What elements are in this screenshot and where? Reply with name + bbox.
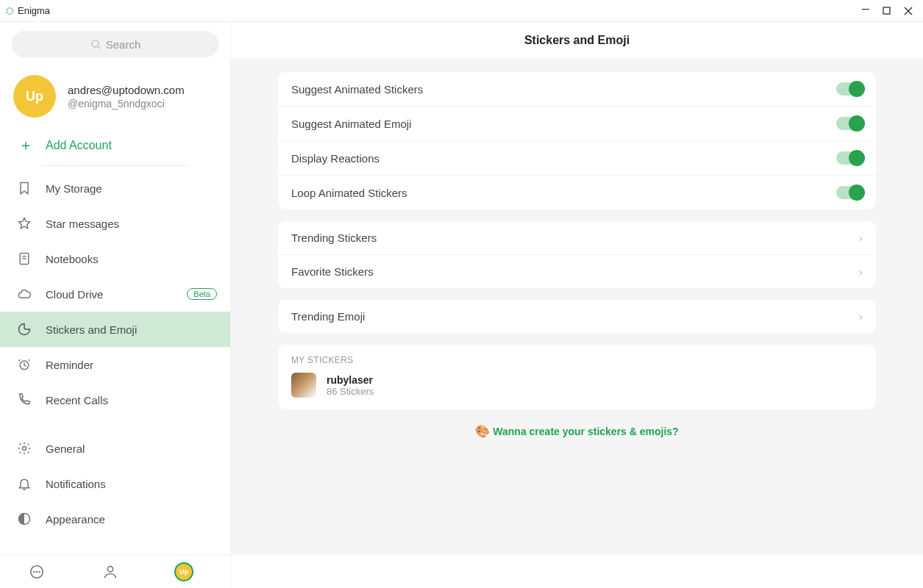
maximize-button[interactable]: [883, 7, 891, 15]
svg-point-15: [107, 567, 113, 572]
svg-point-3: [91, 40, 98, 47]
main-panel: Stickers and Emoji Suggest Animated Stic…: [231, 22, 923, 555]
titlebar: ⬡ Enigma –: [0, 0, 923, 22]
minimize-button[interactable]: –: [862, 1, 869, 15]
sidebar-item-label: Notebooks: [46, 253, 217, 265]
profile-handle: @enigma_5nndgxoci: [68, 98, 185, 110]
sticker-icon: [16, 322, 32, 337]
search-input[interactable]: Search: [12, 31, 218, 57]
svg-point-13: [37, 572, 38, 573]
sidebar-item-label: Cloud Drive: [46, 288, 169, 301]
cloud-icon: [16, 287, 32, 301]
sidebar-item-recent-calls[interactable]: Recent Calls: [0, 382, 230, 417]
gear-icon: [16, 441, 32, 456]
sidebar-item-general[interactable]: General: [0, 431, 230, 466]
sidebar-item-label: Stickers and Emoji: [46, 323, 217, 336]
sidebar-nav: My Storage Star messages Notebooks Cloud…: [0, 171, 230, 555]
link-favorite-stickers[interactable]: Favorite Stickers ›: [278, 254, 876, 288]
chevron-right-icon: ›: [859, 265, 863, 278]
chevron-right-icon: ›: [859, 310, 863, 323]
phone-icon: [16, 392, 32, 407]
svg-point-12: [34, 572, 35, 573]
toggle-suggest-stickers[interactable]: [836, 82, 863, 96]
page-title: Stickers and Emoji: [231, 22, 923, 59]
link-label: Trending Emoji: [291, 310, 859, 323]
plus-icon: ＋: [18, 135, 34, 155]
sidebar-item-reminder[interactable]: Reminder: [0, 347, 230, 382]
toggle-card: Suggest Animated Stickers Suggest Animat…: [278, 72, 876, 209]
notebook-icon: [16, 251, 32, 266]
toggle-label: Loop Animated Stickers: [291, 187, 836, 199]
search-placeholder: Search: [106, 38, 141, 51]
close-button[interactable]: [904, 7, 913, 15]
toggle-loop-stickers[interactable]: [836, 186, 863, 199]
palette-icon: 🎨: [475, 425, 490, 437]
sidebar: Search Up andres@uptodown.com @enigma_5n…: [0, 22, 231, 555]
sticker-pack-row[interactable]: rubylaser 86 Stickers: [278, 373, 876, 409]
link-label: Favorite Stickers: [291, 265, 859, 278]
sidebar-item-notifications[interactable]: Notifications: [0, 466, 230, 501]
toggle-row-suggest-emoji: Suggest Animated Emoji: [278, 106, 876, 140]
window-controls: –: [862, 4, 917, 18]
sidebar-item-label: Star messages: [46, 218, 217, 230]
bell-icon: [16, 476, 32, 491]
toggle-label: Suggest Animated Stickers: [291, 83, 836, 96]
toggle-suggest-emoji[interactable]: [836, 117, 863, 130]
links-card-a: Trending Stickers › Favorite Stickers ›: [278, 221, 876, 288]
svg-line-4: [98, 46, 100, 49]
add-account-label: Add Account: [46, 139, 112, 152]
profile-email: andres@uptodown.com: [68, 84, 185, 96]
clock-icon: [16, 357, 32, 372]
toggle-row-loop-stickers: Loop Animated Stickers: [278, 175, 876, 209]
create-stickers-link[interactable]: 🎨Wanna create your stickers & emojis?: [278, 421, 876, 453]
link-trending-emoji[interactable]: Trending Emoji ›: [278, 300, 876, 333]
sidebar-item-label: Recent Calls: [46, 394, 217, 406]
svg-point-14: [39, 572, 40, 573]
section-label-my-stickers: MY STICKERS: [278, 345, 876, 373]
chevron-right-icon: ›: [859, 232, 863, 244]
bookmark-icon: [16, 181, 32, 196]
toggle-display-reactions[interactable]: [836, 151, 863, 165]
toggle-row-suggest-stickers: Suggest Animated Stickers: [278, 72, 876, 106]
sidebar-item-notebooks[interactable]: Notebooks: [0, 241, 230, 276]
svg-rect-0: [883, 7, 890, 14]
toggle-row-display-reactions: Display Reactions: [278, 140, 876, 175]
beta-badge: Beta: [187, 288, 217, 300]
toggle-label: Display Reactions: [291, 152, 836, 165]
avatar-small: Up: [174, 562, 193, 581]
profile-block[interactable]: Up andres@uptodown.com @enigma_5nndgxoci: [0, 65, 230, 123]
sidebar-item-my-storage[interactable]: My Storage: [0, 171, 230, 206]
tab-me[interactable]: Up: [147, 556, 221, 588]
appearance-icon: [16, 512, 32, 526]
chat-icon: [29, 564, 45, 580]
search-icon: [90, 38, 101, 50]
star-icon: [16, 216, 32, 231]
sidebar-item-label: My Storage: [46, 182, 217, 195]
person-icon: [102, 564, 118, 580]
tab-contacts[interactable]: [74, 556, 147, 588]
my-stickers-card: MY STICKERS rubylaser 86 Stickers: [278, 345, 876, 409]
bottombar: Up: [0, 555, 231, 588]
sticker-pack-count: 86 Stickers: [327, 386, 374, 397]
svg-point-9: [23, 447, 26, 451]
links-card-b: Trending Emoji ›: [278, 300, 876, 333]
sidebar-item-label: Notifications: [46, 478, 217, 490]
sidebar-item-cloud-drive[interactable]: Cloud Drive Beta: [0, 276, 230, 312]
app-title: Enigma: [18, 5, 862, 16]
sidebar-item-label: General: [46, 442, 217, 455]
toggle-label: Suggest Animated Emoji: [291, 118, 836, 130]
link-trending-stickers[interactable]: Trending Stickers ›: [278, 221, 876, 254]
divider: [41, 165, 189, 166]
link-label: Trending Stickers: [291, 232, 859, 244]
tab-chats[interactable]: [0, 556, 74, 588]
sidebar-item-star-messages[interactable]: Star messages: [0, 206, 230, 241]
sticker-pack-name: rubylaser: [327, 374, 374, 386]
sticker-pack-thumb: [291, 373, 316, 398]
sidebar-item-appearance[interactable]: Appearance: [0, 501, 230, 537]
sidebar-item-label: Appearance: [46, 513, 217, 526]
sidebar-item-stickers-emoji[interactable]: Stickers and Emoji: [0, 312, 230, 347]
create-stickers-text: Wanna create your stickers & emojis?: [493, 426, 678, 437]
add-account-button[interactable]: ＋ Add Account: [0, 123, 230, 165]
sidebar-item-label: Reminder: [46, 359, 217, 371]
avatar: Up: [13, 75, 56, 118]
